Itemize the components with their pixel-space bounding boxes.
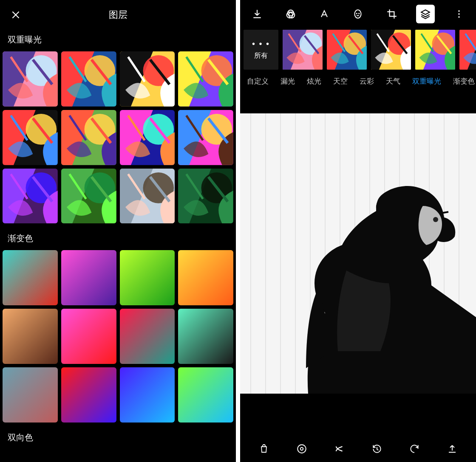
category-tab[interactable]: 自定义	[247, 76, 269, 86]
section-double-exposure-label: 双重曝光	[0, 30, 236, 51]
svg-point-57	[458, 13, 460, 15]
exposure-tile[interactable]	[120, 110, 175, 165]
gradient-tile[interactable]	[3, 309, 58, 364]
editor-panel: • • • 所有	[240, 0, 476, 462]
exposure-tile[interactable]	[61, 51, 116, 107]
download-icon[interactable]	[248, 5, 266, 23]
preset-thumb[interactable]	[415, 30, 455, 70]
category-tab[interactable]: 双重曝光	[412, 76, 441, 86]
gradient-tile[interactable]	[120, 367, 175, 423]
focus-icon[interactable]	[293, 440, 310, 457]
preset-thumb[interactable]	[371, 30, 411, 70]
exposure-tile[interactable]	[3, 110, 58, 165]
more-icon[interactable]	[450, 5, 468, 23]
double-exposure-grid	[0, 51, 236, 223]
gradient-tile[interactable]	[178, 250, 233, 305]
close-icon[interactable]	[8, 8, 23, 22]
shop-icon[interactable]	[255, 440, 272, 457]
category-tab[interactable]: 天空	[333, 76, 348, 86]
editor-canvas[interactable]	[240, 92, 476, 415]
rgb-icon[interactable]	[281, 5, 300, 23]
exposure-tile[interactable]	[120, 51, 175, 107]
gradient-tile[interactable]	[178, 367, 233, 423]
gradient-tile[interactable]	[3, 367, 58, 423]
category-tab[interactable]: 漏光	[280, 76, 295, 86]
gradient-tile[interactable]	[178, 309, 233, 364]
preset-thumb[interactable]	[459, 30, 476, 70]
svg-point-56	[458, 10, 460, 12]
preset-all-button[interactable]: • • • 所有	[244, 30, 278, 70]
top-toolbar	[240, 0, 476, 28]
category-tab[interactable]: 云彩	[360, 76, 374, 86]
svg-point-53	[355, 10, 361, 18]
left-header: 图层	[0, 0, 236, 30]
text-icon[interactable]	[315, 5, 334, 23]
ellipsis-icon: • • •	[252, 39, 270, 48]
svg-point-98	[298, 445, 306, 453]
gradient-tile[interactable]	[61, 367, 116, 423]
preset-all-label: 所有	[254, 51, 268, 60]
gradient-tile[interactable]	[3, 250, 58, 305]
category-tab[interactable]: 炫光	[307, 76, 321, 86]
category-tab[interactable]: 渐变色	[453, 76, 475, 86]
exposure-tile[interactable]	[61, 110, 116, 165]
face-icon[interactable]	[348, 5, 367, 23]
gradient-tile[interactable]	[61, 309, 116, 364]
exposure-tile[interactable]	[178, 51, 233, 107]
preset-thumb[interactable]	[283, 30, 323, 70]
svg-point-99	[300, 448, 303, 451]
gradient-grid	[0, 250, 236, 422]
exposure-tile[interactable]	[120, 169, 175, 224]
undo-icon[interactable]	[406, 440, 423, 457]
upload-icon[interactable]	[444, 440, 461, 457]
gradient-tile[interactable]	[120, 309, 175, 364]
exposure-tile[interactable]	[61, 169, 116, 224]
preset-thumb[interactable]	[327, 30, 367, 70]
layers-icon[interactable]	[416, 5, 435, 23]
svg-point-55	[359, 13, 360, 14]
svg-point-97	[433, 217, 438, 222]
magic-icon[interactable]	[331, 440, 348, 457]
category-tabs: 自定义漏光炫光天空云彩天气双重曝光渐变色	[240, 74, 476, 92]
bottom-toolbar	[240, 436, 476, 462]
crop-icon[interactable]	[382, 5, 401, 23]
svg-point-54	[357, 13, 357, 14]
svg-point-58	[458, 16, 460, 18]
layers-panel: 图层 双重曝光	[0, 0, 236, 462]
section-gradient-label: 渐变色	[0, 223, 236, 250]
page-title: 图层	[109, 8, 128, 21]
exposure-tile[interactable]	[178, 169, 233, 224]
gradient-tile[interactable]	[120, 250, 175, 305]
category-tab[interactable]: 天气	[386, 76, 400, 86]
exposure-tile[interactable]	[3, 169, 58, 224]
svg-point-52	[288, 10, 294, 16]
exposure-tile[interactable]	[178, 110, 233, 165]
gradient-tile[interactable]	[61, 250, 116, 305]
section-duotone-label: 双向色	[0, 423, 236, 449]
preset-thumbnails-row: • • • 所有	[240, 28, 476, 74]
history-icon[interactable]	[368, 440, 385, 457]
exposure-tile[interactable]	[3, 51, 58, 107]
